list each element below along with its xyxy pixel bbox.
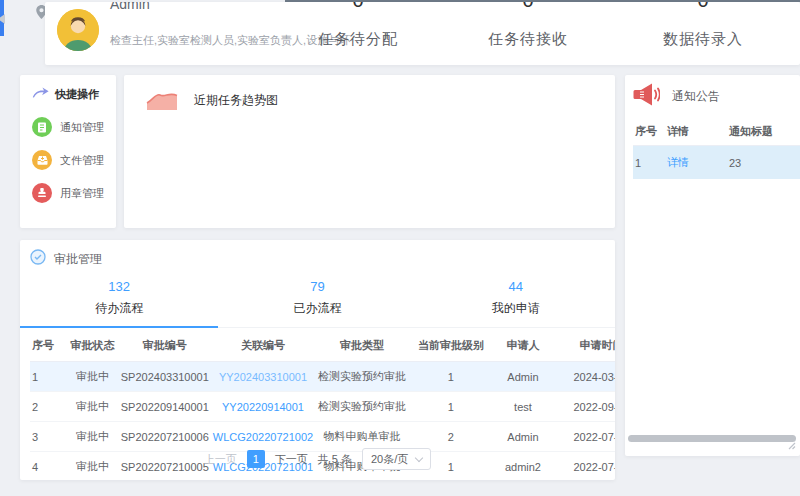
table-row[interactable]: 3 审批中 SP202207210006 WLCG20220721002 物料申…	[30, 422, 615, 452]
approval-title: 审批管理	[54, 251, 102, 268]
notice-row[interactable]: 1 详情 23	[633, 146, 800, 180]
stat-value: 0	[448, 2, 608, 10]
cell-date: 2022-09-14	[553, 392, 615, 422]
column-header: 详情	[665, 118, 727, 146]
stat-label: 数据待录入	[623, 30, 783, 49]
notices-header-row: 序号 详情 通知标题	[633, 118, 800, 146]
cell-level: 2	[409, 422, 493, 452]
cell-no: 2	[30, 392, 66, 422]
quick-op-label: 通知管理	[60, 120, 104, 135]
megaphone-icon	[633, 83, 660, 110]
tab-label: 已办流程	[218, 300, 416, 317]
column-header: 审批类型	[315, 330, 409, 362]
column-header: 序号	[633, 118, 665, 146]
cell-approval-no: SP202207210006	[119, 422, 211, 452]
prev-page-button[interactable]: 上一页	[204, 452, 237, 467]
stat-label: 任务待分配	[278, 30, 438, 49]
notices-table: 序号 详情 通知标题 1 详情 23	[633, 118, 800, 179]
cell-applicant: Admin	[493, 422, 553, 452]
quick-arrow-icon	[32, 85, 49, 103]
stat-value: 0	[278, 2, 438, 10]
column-header: 审批状态	[66, 330, 119, 362]
cell-status: 审批中	[66, 362, 119, 392]
cell-date: 2022-07-21	[553, 422, 615, 452]
approval-tabs: 132 待办流程 79 已办流程 44 我的申请	[20, 275, 615, 328]
resize-grip-icon[interactable]	[786, 436, 796, 454]
table-row[interactable]: 2 审批中 SP202209140001 YY20220914001 检测实验预…	[30, 392, 615, 422]
quick-op-label: 用章管理	[60, 186, 104, 201]
tab-count: 79	[218, 279, 416, 294]
username: Admin	[110, 2, 150, 12]
tab-label: 我的申请	[417, 300, 615, 317]
tab-my-applications[interactable]: 44 我的申请	[417, 275, 615, 327]
quick-operations-card: 快捷操作 通知管理 文件管理 用章管理	[20, 75, 116, 228]
cell-approval-no: SP202403310001	[119, 362, 211, 392]
notice-title-cell: 23	[727, 146, 800, 180]
notice-doc-icon	[32, 117, 52, 137]
page-size-value: 20条/页	[371, 452, 408, 467]
cell-applicant: test	[493, 392, 553, 422]
file-inbox-icon	[32, 150, 52, 170]
collapse-sidebar-icon[interactable]	[0, 14, 5, 24]
quick-op-file-management[interactable]: 文件管理	[32, 150, 116, 170]
quick-operations-title: 快捷操作	[55, 87, 99, 102]
user-summary-card: Admin 检查主任,实验室检测人员,实验室负责人,设施与环 0 任务待分配 0…	[45, 2, 800, 65]
notices-card: 通知公告 序号 详情 通知标题 1 详情 23	[625, 75, 800, 456]
cell-no: 3	[30, 422, 66, 452]
column-header: 关联编号	[211, 330, 315, 362]
approval-header-row: 序号 审批状态 审批编号 关联编号 审批类型 当前审批级别 申请人 申请时间	[30, 330, 615, 362]
quick-operations-header: 快捷操作	[32, 85, 116, 103]
related-no-link[interactable]: YY20220914001	[222, 401, 304, 413]
quick-op-notice-management[interactable]: 通知管理	[32, 117, 116, 137]
cell-status: 审批中	[66, 392, 119, 422]
stat-value: 0	[623, 2, 783, 10]
column-header: 当前审批级别	[409, 330, 493, 362]
task-trend-card: 近期任务趋势图	[124, 75, 615, 228]
page-size-select[interactable]: 20条/页	[362, 448, 431, 470]
approval-badge-icon	[30, 249, 46, 269]
cell-type: 物料申购单审批	[315, 422, 409, 452]
cell-approval-no: SP202209140001	[119, 392, 211, 422]
stat-label: 任务待接收	[448, 30, 608, 49]
column-header: 申请时间	[553, 330, 615, 362]
related-no-link[interactable]: YY202403310001	[219, 371, 307, 383]
seal-stamp-icon	[32, 183, 52, 203]
approval-card: 审批管理 132 待办流程 79 已办流程 44 我的申请 序号 审批状态	[20, 240, 615, 480]
notice-no: 1	[633, 146, 665, 180]
cell-level: 1	[409, 362, 493, 392]
total-count-label: 共 5 条	[318, 452, 352, 467]
related-no-link[interactable]: WLCG20220721002	[213, 431, 313, 443]
chevron-down-icon	[415, 453, 423, 461]
stat-tasks-to-assign: 0 任务待分配	[278, 2, 438, 49]
cell-level: 1	[409, 392, 493, 422]
tab-todo-processes[interactable]: 132 待办流程	[20, 275, 218, 328]
avatar	[57, 9, 99, 51]
column-header: 审批编号	[119, 330, 211, 362]
cell-date: 2024-03-31	[553, 362, 615, 392]
quick-op-seal-management[interactable]: 用章管理	[32, 183, 116, 203]
tab-done-processes[interactable]: 79 已办流程	[218, 275, 416, 327]
stat-data-to-enter: 0 数据待录入	[623, 2, 783, 49]
cell-status: 审批中	[66, 422, 119, 452]
cell-applicant: Admin	[493, 362, 553, 392]
trend-chart-title: 近期任务趋势图	[194, 92, 278, 109]
page-number-button[interactable]: 1	[247, 450, 265, 468]
column-header: 申请人	[493, 330, 553, 362]
cell-no: 1	[30, 362, 66, 392]
stat-tasks-to-receive: 0 任务待接收	[448, 2, 608, 49]
column-header: 通知标题	[727, 118, 800, 146]
cell-type: 检测实验预约审批	[315, 362, 409, 392]
horizontal-scrollbar[interactable]	[628, 435, 796, 442]
pagination: 上一页 1 下一页 共 5 条 20条/页	[20, 448, 615, 470]
tab-label: 待办流程	[20, 300, 218, 317]
notice-detail-link[interactable]: 详情	[667, 156, 689, 168]
cell-type: 检测实验预约审批	[315, 392, 409, 422]
notices-title: 通知公告	[672, 88, 720, 105]
table-row[interactable]: 1 审批中 SP202403310001 YY202403310001 检测实验…	[30, 362, 615, 392]
tab-count: 44	[417, 279, 615, 294]
next-page-button[interactable]: 下一页	[275, 452, 308, 467]
area-chart-icon	[144, 85, 180, 116]
column-header: 序号	[30, 330, 66, 362]
quick-op-label: 文件管理	[60, 153, 104, 168]
tab-count: 132	[20, 279, 218, 294]
